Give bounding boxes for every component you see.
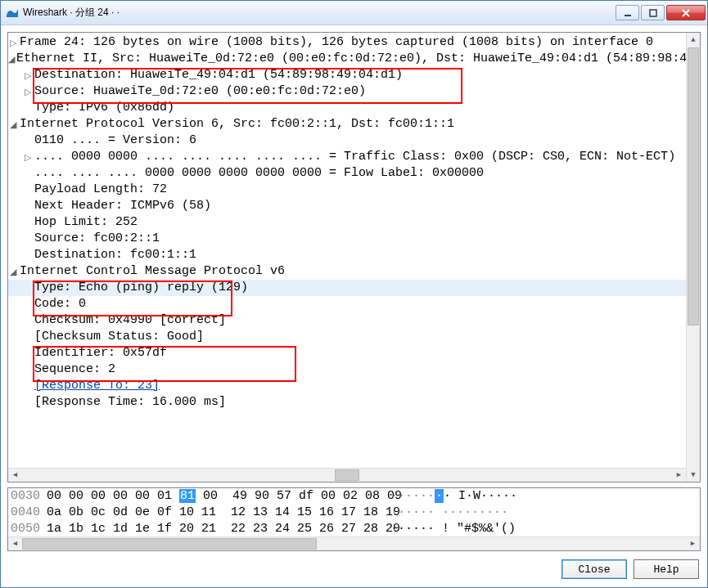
tree-text: Ethernet II, Src: HuaweiTe_0d:72:e0 (00:… <box>16 51 686 67</box>
tree-row-icmpv6-response-to[interactable]: · [Response To: 23] <box>8 378 686 394</box>
tree-row-icmpv6-response-time[interactable]: · [Response Time: 16.000 ms] <box>8 394 686 411</box>
tree-text: [Response Time: 16.000 ms] <box>34 394 226 411</box>
tree-text: Sequence: 2 <box>34 361 115 378</box>
tree-row-ethernet[interactable]: ◢ Ethernet II, Src: HuaweiTe_0d:72:e0 (0… <box>8 51 686 67</box>
titlebar[interactable]: Wireshark · 分组 24 · · <box>1 1 707 25</box>
expander-icon[interactable]: ▷ <box>23 67 33 83</box>
tree-row-icmpv6-checksum[interactable]: · Checksum: 0x4990 [correct] <box>8 312 686 329</box>
packet-details-tree[interactable]: ▷ Frame 24: 126 bytes on wire (1008 bits… <box>8 33 686 482</box>
packet-bytes-panel[interactable]: 0030 00 00 00 00 00 01 81 00 49 90 57 df… <box>7 487 701 551</box>
svg-rect-0 <box>625 15 631 16</box>
tree-text: Destination: fc00:1::1 <box>34 247 196 263</box>
expander-icon[interactable]: ◢ <box>8 51 15 67</box>
hex-row[interactable]: 0030 00 00 00 00 00 01 81 00 49 90 57 df… <box>8 488 700 505</box>
scroll-track[interactable] <box>22 537 686 550</box>
hex-h-scrollbar[interactable]: ◀ ▶ <box>8 536 700 550</box>
scroll-right-icon[interactable]: ▶ <box>686 536 700 551</box>
help-button[interactable]: Help <box>634 559 699 579</box>
scroll-right-icon[interactable]: ▶ <box>672 467 686 482</box>
hex-bytes: 1a 1b 1c 1d 1e 1f 20 21 22 23 24 25 26 2… <box>47 521 390 537</box>
tree-row-icmpv6-identifier[interactable]: · Identifier: 0x57df <box>8 345 686 361</box>
tree-row-ipv6-dst[interactable]: · Destination: fc00:1::1 <box>8 247 686 263</box>
tree-text: Hop Limit: 252 <box>34 214 138 231</box>
tree-row-ipv6-next-header[interactable]: · Next Header: ICMPv6 (58) <box>8 198 686 214</box>
tree-text: Destination: HuaweiTe_49:04:d1 (54:89:98… <box>34 67 403 83</box>
titlebar-title: Wireshark · 分组 24 · · <box>23 6 616 20</box>
tree-text: Source: fc00:2::1 <box>34 231 160 247</box>
tree-text: Identifier: 0x57df <box>34 345 167 361</box>
tree-text: Type: IPv6 (0x86dd) <box>34 100 174 116</box>
scroll-thumb[interactable] <box>335 469 359 481</box>
hex-offset: 0030 <box>11 488 47 505</box>
expander-icon[interactable]: ▷ <box>8 34 18 51</box>
tree-text: Type: Echo (ping) reply (129) <box>34 280 248 296</box>
hex-row[interactable]: 0050 1a 1b 1c 1d 1e 1f 20 21 22 23 24 25… <box>8 521 700 537</box>
hex-ascii: ········ I·W····· <box>390 488 517 505</box>
tree-row-ipv6[interactable]: ◢ Internet Protocol Version 6, Src: fc00… <box>8 116 686 132</box>
expander-icon[interactable]: ◢ <box>8 263 18 280</box>
tree-text: Source: HuaweiTe_0d:72:e0 (00:e0:fc:0d:7… <box>34 83 366 100</box>
scroll-thumb[interactable] <box>688 47 699 325</box>
scroll-thumb[interactable] <box>22 538 317 550</box>
details-h-scrollbar[interactable]: ◀ ▶ <box>8 468 686 482</box>
tree-row-icmpv6-code[interactable]: · Code: 0 <box>8 296 686 312</box>
tree-row-ipv6-payload-length[interactable]: · Payload Length: 72 <box>8 182 686 198</box>
tree-row-icmpv6-sequence[interactable]: · Sequence: 2 <box>8 361 686 378</box>
close-dialog-button[interactable]: Close <box>561 559 627 579</box>
tree-row-ipv6-flow-label[interactable]: · .... .... .... 0000 0000 0000 0000 000… <box>8 165 686 182</box>
tree-text: .... .... .... 0000 0000 0000 0000 0000 … <box>34 165 484 182</box>
tree-row-icmpv6[interactable]: ◢ Internet Control Message Protocol v6 <box>8 263 686 280</box>
tree-row-ipv6-src[interactable]: · Source: fc00:2::1 <box>8 231 686 247</box>
tree-text: [Checksum Status: Good] <box>34 329 204 345</box>
expander-icon[interactable]: ▷ <box>23 149 33 165</box>
tree-text: Code: 0 <box>34 296 86 312</box>
tree-row-ipv6-hop-limit[interactable]: · Hop Limit: 252 <box>8 214 686 231</box>
hex-bytes: 00 00 00 00 00 01 81 00 49 90 57 df 00 0… <box>47 488 390 505</box>
svg-rect-1 <box>650 10 656 16</box>
scroll-left-icon[interactable]: ◀ <box>8 536 22 551</box>
tree-text: Payload Length: 72 <box>34 182 167 198</box>
tree-row-ipv6-version[interactable]: · 0110 .... = Version: 6 <box>8 132 686 149</box>
selected-byte: 81 <box>179 489 196 503</box>
wireshark-packet-window: Wireshark · 分组 24 · · ▷ Frame 24: 126 by… <box>0 0 708 588</box>
tree-row-icmpv6-type[interactable]: · Type: Echo (ping) reply (129) <box>8 280 686 296</box>
tree-row-frame[interactable]: ▷ Frame 24: 126 bytes on wire (1008 bits… <box>8 34 686 51</box>
wireshark-icon <box>6 7 19 20</box>
minimize-button[interactable] <box>616 5 639 20</box>
hex-ascii: ······ ········· <box>390 505 508 521</box>
tree-text: .... 0000 0000 .... .... .... .... .... … <box>34 149 675 165</box>
tree-text: Internet Control Message Protocol v6 <box>20 263 285 280</box>
tree-row-eth-type[interactable]: · Type: IPv6 (0x86dd) <box>8 100 686 116</box>
hex-row[interactable]: 0040 0a 0b 0c 0d 0e 0f 10 11 12 13 14 15… <box>8 505 700 521</box>
scroll-left-icon[interactable]: ◀ <box>8 467 22 482</box>
tree-text: Internet Protocol Version 6, Src: fc00:2… <box>20 116 454 132</box>
dialog-button-row: Close Help <box>7 556 701 581</box>
hex-bytes: 0a 0b 0c 0d 0e 0f 10 11 12 13 14 15 16 1… <box>47 505 390 521</box>
tree-row-eth-dst[interactable]: ▷ Destination: HuaweiTe_49:04:d1 (54:89:… <box>8 67 686 83</box>
tree-text: Next Header: ICMPv6 (58) <box>34 198 211 214</box>
expander-icon[interactable]: ▷ <box>23 83 33 100</box>
details-v-scrollbar[interactable]: ▲ ▼ <box>686 33 700 482</box>
expander-icon[interactable]: ◢ <box>8 116 18 132</box>
maximize-button[interactable] <box>641 5 665 20</box>
tree-row-eth-src[interactable]: ▷ Source: HuaweiTe_0d:72:e0 (00:e0:fc:0d… <box>8 83 686 100</box>
client-area: ▷ Frame 24: 126 bytes on wire (1008 bits… <box>1 25 707 587</box>
scroll-up-icon[interactable]: ▲ <box>687 33 700 47</box>
tree-row-ipv6-traffic-class[interactable]: ▷ .... 0000 0000 .... .... .... .... ...… <box>8 149 686 165</box>
hex-ascii: ······ ! "#$%&'() <box>390 521 516 537</box>
scroll-down-icon[interactable]: ▼ <box>687 468 700 482</box>
tree-text[interactable]: [Response To: 23] <box>34 378 160 394</box>
close-button[interactable] <box>666 5 706 20</box>
hex-offset: 0050 <box>11 521 47 537</box>
tree-text: Frame 24: 126 bytes on wire (1008 bits),… <box>20 34 653 51</box>
titlebar-buttons <box>616 5 706 20</box>
hex-offset: 0040 <box>11 505 47 521</box>
tree-text: Checksum: 0x4990 [correct] <box>34 312 226 329</box>
tree-row-icmpv6-checksum-status[interactable]: · [Checksum Status: Good] <box>8 329 686 345</box>
packet-details-panel: ▷ Frame 24: 126 bytes on wire (1008 bits… <box>7 32 701 483</box>
tree-text: 0110 .... = Version: 6 <box>34 132 196 149</box>
scroll-track[interactable] <box>22 469 672 482</box>
